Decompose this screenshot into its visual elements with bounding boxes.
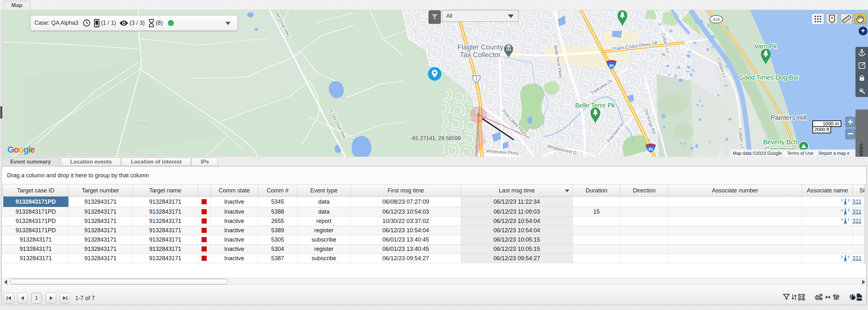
svg-text:Good Times Dog Bar: Good Times Dog Bar: [739, 74, 799, 81]
svg-text:Painters Hill: Painters Hill: [771, 114, 807, 121]
svg-text:Varn Pk: Varn Pk: [754, 43, 777, 50]
svg-text:CSV: CSV: [857, 297, 862, 300]
svg-text:95: 95: [648, 147, 653, 151]
svg-text:Flagler County: Flagler County: [457, 43, 503, 51]
svg-text:4: 4: [476, 112, 479, 118]
svg-text:95: 95: [609, 63, 614, 68]
svg-text:Beverly Bch: Beverly Bch: [763, 138, 798, 145]
svg-text:A1A: A1A: [713, 18, 720, 22]
svg-text:1: 1: [475, 76, 477, 81]
svg-text:Tax Collector: Tax Collector: [460, 51, 500, 59]
